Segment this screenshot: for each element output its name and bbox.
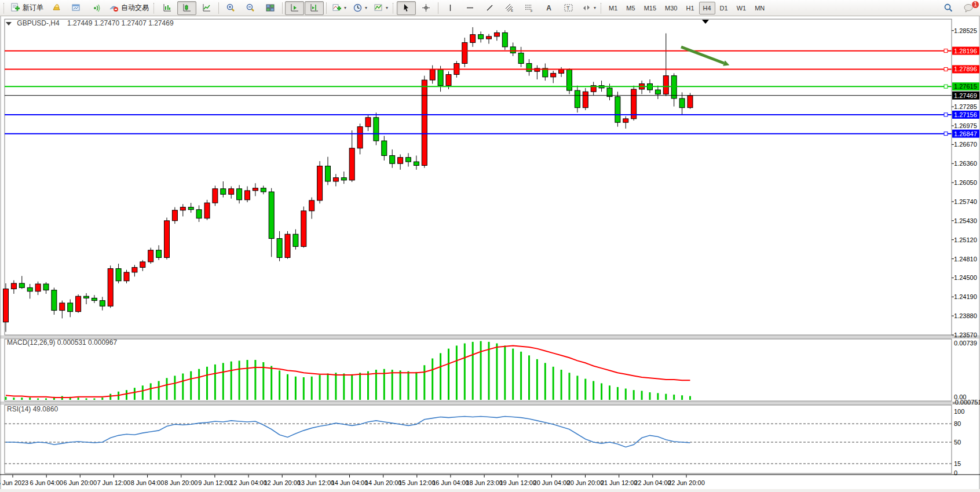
candle[interactable] xyxy=(406,158,411,162)
candle[interactable] xyxy=(140,262,145,268)
candle[interactable] xyxy=(478,35,484,39)
text-tool-button[interactable]: A xyxy=(539,1,558,15)
candle[interactable] xyxy=(341,178,346,180)
candle[interactable] xyxy=(390,155,395,163)
timeframe-m5-button[interactable]: M5 xyxy=(622,2,639,14)
auto-trading-button[interactable]: 自动交易 xyxy=(106,1,152,15)
candle[interactable] xyxy=(422,80,427,165)
candle[interactable] xyxy=(301,211,306,246)
timeframe-h4-button[interactable]: H4 xyxy=(699,2,715,14)
candle[interactable] xyxy=(132,267,137,272)
shapes-tool-button[interactable]: ▾ xyxy=(579,1,599,15)
candle[interactable] xyxy=(688,96,693,108)
timeframe-w1-button[interactable]: W1 xyxy=(733,2,751,14)
candle[interactable] xyxy=(84,296,89,298)
timeframe-m30-button[interactable]: M30 xyxy=(661,2,681,14)
timeframe-mn-button[interactable]: MN xyxy=(751,2,769,14)
candle[interactable] xyxy=(188,207,193,210)
candle[interactable] xyxy=(470,35,476,43)
candle[interactable] xyxy=(100,301,105,307)
cursor-button[interactable] xyxy=(397,1,416,15)
candle[interactable] xyxy=(213,189,218,203)
line-chart-mode-button[interactable] xyxy=(197,1,216,15)
quotes-button[interactable] xyxy=(47,1,66,15)
fibonacci-tool-button[interactable]: F xyxy=(520,1,539,15)
vertical-line-tool-button[interactable] xyxy=(441,1,460,15)
candle[interactable] xyxy=(559,70,564,73)
candle[interactable] xyxy=(567,70,572,90)
toolbar-grip[interactable] xyxy=(393,3,395,13)
candle[interactable] xyxy=(76,296,81,311)
candle[interactable] xyxy=(35,284,41,291)
chart-shift-button[interactable] xyxy=(305,1,324,15)
candle[interactable] xyxy=(60,303,65,311)
candle[interactable] xyxy=(430,70,435,80)
candle[interactable] xyxy=(551,73,556,76)
chart-canvas[interactable]: 1.285251.272851.269751.266701.263601.260… xyxy=(0,16,980,492)
candle[interactable] xyxy=(204,203,210,218)
candle[interactable] xyxy=(679,99,685,108)
candle[interactable] xyxy=(293,234,298,246)
one-click-trading-arrow-icon[interactable] xyxy=(6,22,12,25)
zoom-in-button[interactable] xyxy=(221,1,240,15)
candle[interactable] xyxy=(3,289,9,322)
tile-windows-button[interactable] xyxy=(261,1,280,15)
signals-button[interactable] xyxy=(86,1,105,15)
crosshair-button[interactable] xyxy=(416,1,436,15)
candle[interactable] xyxy=(261,188,266,192)
candle[interactable] xyxy=(229,189,234,195)
candle[interactable] xyxy=(446,75,451,86)
candle[interactable] xyxy=(671,76,677,99)
candle[interactable] xyxy=(526,63,532,71)
market-watch-button[interactable] xyxy=(67,1,86,15)
new-order-button[interactable]: 新订单 xyxy=(8,1,46,15)
candle[interactable] xyxy=(108,269,113,307)
candle[interactable] xyxy=(583,92,588,108)
candle[interactable] xyxy=(277,239,282,258)
candle[interactable] xyxy=(245,191,250,200)
trendline-tool-button[interactable] xyxy=(480,1,499,15)
candle[interactable] xyxy=(285,234,290,257)
candle[interactable] xyxy=(333,178,338,181)
search-button[interactable] xyxy=(939,1,958,15)
candle[interactable] xyxy=(623,119,628,122)
toolbar-grip[interactable] xyxy=(153,3,156,13)
notifications-button[interactable]: 1 xyxy=(959,1,978,15)
templates-button[interactable]: ▾ xyxy=(371,1,391,15)
candle[interactable] xyxy=(374,118,379,141)
periods-button[interactable]: ▾ xyxy=(350,1,370,15)
text-label-tool-button[interactable]: T xyxy=(559,1,578,15)
candle[interactable] xyxy=(317,166,323,201)
candle[interactable] xyxy=(414,162,419,165)
zoom-out-button[interactable] xyxy=(241,1,260,15)
candle[interactable] xyxy=(663,76,668,94)
candle[interactable] xyxy=(269,192,274,239)
candle[interactable] xyxy=(172,210,177,221)
candle[interactable] xyxy=(575,90,580,108)
candle[interactable] xyxy=(494,32,499,36)
timeframe-m1-button[interactable]: M1 xyxy=(605,2,621,14)
candle[interactable] xyxy=(11,283,16,289)
chart-window[interactable]: 1.285251.272851.269751.266701.263601.260… xyxy=(0,16,980,492)
candle[interactable] xyxy=(462,42,467,63)
equidistant-channel-tool-button[interactable]: E xyxy=(500,1,519,15)
candle[interactable] xyxy=(19,283,24,287)
candle[interactable] xyxy=(68,303,73,312)
timeframe-m15-button[interactable]: M15 xyxy=(640,2,660,14)
timeframe-h1-button[interactable]: H1 xyxy=(682,2,698,14)
candle[interactable] xyxy=(349,148,354,180)
candle[interactable] xyxy=(124,272,129,281)
candle[interactable] xyxy=(357,127,363,148)
candle[interactable] xyxy=(116,269,121,281)
candle[interactable] xyxy=(655,90,660,94)
candle[interactable] xyxy=(365,118,371,127)
bar-chart-mode-button[interactable] xyxy=(158,1,177,15)
toolbar-grip[interactable] xyxy=(3,3,6,13)
indicators-button[interactable]: ▾ xyxy=(329,1,349,15)
candle[interactable] xyxy=(502,32,507,46)
toolbar-grip[interactable] xyxy=(601,3,603,13)
candle[interactable] xyxy=(156,250,162,258)
candle[interactable] xyxy=(382,141,387,155)
candle[interactable] xyxy=(438,70,443,86)
candle[interactable] xyxy=(326,166,331,182)
